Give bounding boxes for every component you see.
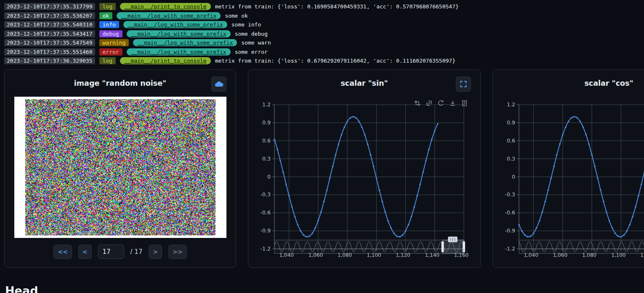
- x-tick-label: 1,140: [425, 252, 439, 258]
- series-point: [431, 138, 433, 140]
- series-point: [547, 189, 549, 191]
- image-card-title: image "random noise": [74, 79, 166, 87]
- y-tick-label: -0.6: [261, 209, 271, 216]
- series-point: [422, 171, 424, 173]
- chart-toolbox: [414, 100, 468, 106]
- series-point: [288, 195, 290, 197]
- cos-chart-title: scalar "cos": [584, 79, 633, 87]
- series-point: [343, 126, 345, 128]
- series-point: [282, 171, 284, 173]
- series-point: [568, 120, 569, 122]
- log-message: some info: [232, 21, 261, 28]
- series-point: [326, 189, 328, 191]
- series-point: [402, 234, 404, 236]
- x-tick-label: 1,120: [640, 252, 644, 258]
- series-point: [416, 195, 418, 197]
- series-point: [536, 227, 538, 229]
- first-page-button[interactable]: <<: [53, 245, 72, 259]
- series-point: [411, 216, 412, 217]
- series-point: [425, 159, 427, 161]
- log-source-badge: __main__/log_with_some_prefix: [133, 39, 237, 46]
- series-point: [574, 116, 575, 117]
- series-point: [585, 134, 587, 135]
- series-point: [524, 234, 526, 236]
- log-level-badge: log: [99, 3, 116, 10]
- x-tick-label: 1,080: [582, 252, 596, 258]
- series-point: [346, 120, 348, 122]
- series-point: [594, 165, 596, 167]
- log-timestamp: 2023-12-10T17:37:36.329035: [4, 57, 95, 64]
- series-point: [309, 235, 310, 237]
- series-point: [306, 236, 307, 238]
- y-tick-label: 0.3: [262, 155, 271, 161]
- cloud-download-button[interactable]: [211, 77, 226, 92]
- series-point: [341, 134, 342, 135]
- log-timestamp: 2023-12-10T17:37:35.536207: [4, 12, 95, 19]
- y-tick-label: 0: [512, 173, 515, 179]
- y-tick-label: -0.3: [505, 191, 515, 198]
- y-tick-label: -0.3: [261, 191, 271, 198]
- cloud-icon: [214, 80, 224, 88]
- series-point: [408, 224, 410, 225]
- series-point: [323, 201, 325, 202]
- data-view-icon[interactable]: [461, 100, 468, 106]
- log-source-badge: __main__/print_to_console: [120, 3, 211, 10]
- series-point: [518, 224, 520, 225]
- y-tick-label: -0.9: [261, 227, 271, 234]
- log-level-badge: log: [99, 57, 116, 64]
- zoom-select-icon[interactable]: [414, 100, 420, 106]
- series-point: [544, 201, 546, 202]
- series-point: [297, 224, 299, 225]
- series-point: [358, 120, 360, 122]
- y-tick-label: 0.6: [507, 137, 515, 143]
- console-line: 2023-12-10T17:37:35.540310info__main__/l…: [4, 20, 644, 29]
- log-message: some warn: [241, 40, 271, 46]
- sin-chart-title: scalar "sin": [341, 79, 388, 87]
- sin-chart-card: scalar "sin" 1.20.90.60.30-0.3-0.6-0.9-1…: [248, 69, 481, 268]
- page-input[interactable]: [98, 245, 124, 259]
- cos-chart[interactable]: 1.20.90.60.30-0.3-0.6-0.9-1.21,0401,0601…: [493, 97, 644, 268]
- series-point: [396, 235, 398, 237]
- log-source-badge: __main__/log_with_some_prefix: [127, 48, 231, 55]
- series-point: [285, 183, 287, 185]
- series-point: [626, 230, 628, 232]
- image-card: image "random noise" << < / 17 > >>: [4, 69, 236, 268]
- series-point: [559, 143, 561, 145]
- y-tick-label: 1.2: [262, 101, 271, 108]
- series-point: [387, 220, 389, 222]
- series-point: [591, 154, 593, 156]
- image-pager: << < / 17 > >>: [5, 245, 236, 259]
- log-source-badge: __main__/log_with_some_prefix: [117, 12, 221, 19]
- next-page-button[interactable]: >: [149, 245, 162, 259]
- console-line: 2023-12-10T17:37:35.317799log__main__/pr…: [4, 2, 644, 11]
- series-point: [367, 143, 369, 145]
- series-point: [364, 134, 366, 135]
- series-point: [332, 165, 334, 167]
- series-point: [378, 189, 380, 191]
- console-line: 2023-12-10T17:37:36.329035log__main__/pr…: [4, 56, 644, 66]
- log-source-badge: __main__/log_with_some_prefix: [123, 21, 227, 28]
- fullscreen-button[interactable]: [456, 77, 471, 92]
- series-point: [274, 138, 275, 140]
- save-image-icon[interactable]: [450, 100, 456, 106]
- x-tick-label: 1,160: [454, 252, 468, 258]
- series-point: [638, 195, 639, 197]
- zoom-minimap[interactable]: [519, 240, 644, 253]
- log-level-badge: error: [99, 48, 122, 55]
- restore-icon[interactable]: [438, 100, 444, 106]
- series-point: [294, 216, 296, 217]
- sin-chart[interactable]: 1.20.90.60.30-0.3-0.6-0.9-1.21,0401,0601…: [248, 97, 481, 268]
- zoom-reset-icon[interactable]: [426, 100, 432, 106]
- log-level-badge: debug: [99, 30, 122, 37]
- y-tick-label: 0.6: [262, 137, 271, 143]
- image-card-header: image "random noise": [5, 70, 236, 97]
- series-point: [384, 211, 386, 213]
- prev-page-button[interactable]: <: [78, 245, 92, 259]
- series-point: [617, 235, 619, 237]
- zoom-handle-left[interactable]: [442, 241, 444, 252]
- series-point: [533, 232, 535, 234]
- last-page-button[interactable]: >>: [168, 245, 186, 259]
- series-point: [588, 143, 590, 145]
- series-point: [300, 230, 301, 232]
- y-tick-label: 0: [267, 173, 271, 179]
